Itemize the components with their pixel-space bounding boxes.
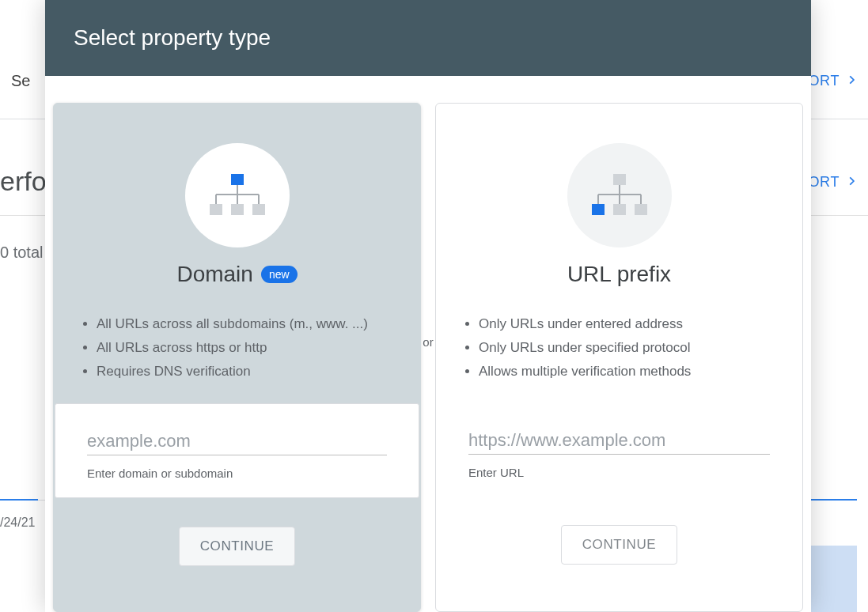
domain-input-box: Enter domain or subdomain: [55, 403, 419, 498]
svg-rect-0: [231, 174, 244, 185]
url-input[interactable]: [468, 427, 770, 455]
svg-rect-16: [613, 204, 626, 215]
domain-heading-row: Domain new: [176, 262, 297, 287]
url-bullet: Only URLs under entered address: [479, 312, 779, 336]
url-continue-button[interactable]: CONTINUE: [561, 525, 678, 565]
modal-header: Select property type: [45, 0, 811, 76]
or-separator: or: [423, 335, 433, 349]
url-bullet: Allows multiple verification methods: [479, 360, 779, 383]
url-icon-circle: [567, 143, 672, 247]
url-input-helper: Enter URL: [468, 466, 770, 479]
domain-icon-circle: [185, 143, 290, 247]
domain-bullet-list: All URLs across all subdomains (m., www.…: [54, 312, 420, 383]
domain-continue-button[interactable]: CONTINUE: [179, 527, 296, 566]
svg-rect-9: [613, 174, 626, 185]
property-card-domain[interactable]: Domain new All URLs across all subdomain…: [53, 103, 421, 612]
domain-bullet: All URLs across https or http: [97, 336, 396, 360]
url-bullet: Only URLs under specified protocol: [479, 336, 779, 360]
url-input-box: Enter URL: [437, 403, 802, 497]
domain-bullet: Requires DNS verification: [97, 360, 396, 383]
new-badge: new: [261, 266, 298, 283]
url-heading: URL prefix: [567, 262, 671, 287]
modal-title: Select property type: [74, 25, 271, 51]
domain-input[interactable]: [87, 428, 387, 455]
svg-rect-6: [210, 204, 222, 215]
domain-cta-row: CONTINUE: [179, 498, 296, 566]
domain-bullet: All URLs across all subdomains (m., www.…: [97, 312, 396, 336]
sitemap-url-icon: [592, 174, 647, 217]
modal-body: or Domain new: [45, 76, 811, 612]
svg-rect-7: [231, 204, 244, 215]
select-property-modal: Select property type or Domain: [45, 0, 811, 612]
svg-rect-15: [592, 204, 605, 215]
url-bullet-list: Only URLs under entered address Only URL…: [436, 312, 802, 383]
domain-heading: Domain: [176, 262, 252, 287]
url-heading-row: URL prefix: [567, 262, 671, 287]
svg-rect-17: [635, 204, 647, 215]
svg-rect-8: [252, 204, 265, 215]
property-card-url-prefix[interactable]: URL prefix Only URLs under entered addre…: [435, 103, 803, 612]
sitemap-domain-icon: [210, 174, 265, 217]
domain-input-helper: Enter domain or subdomain: [87, 467, 387, 480]
url-cta-row: CONTINUE: [561, 497, 678, 565]
